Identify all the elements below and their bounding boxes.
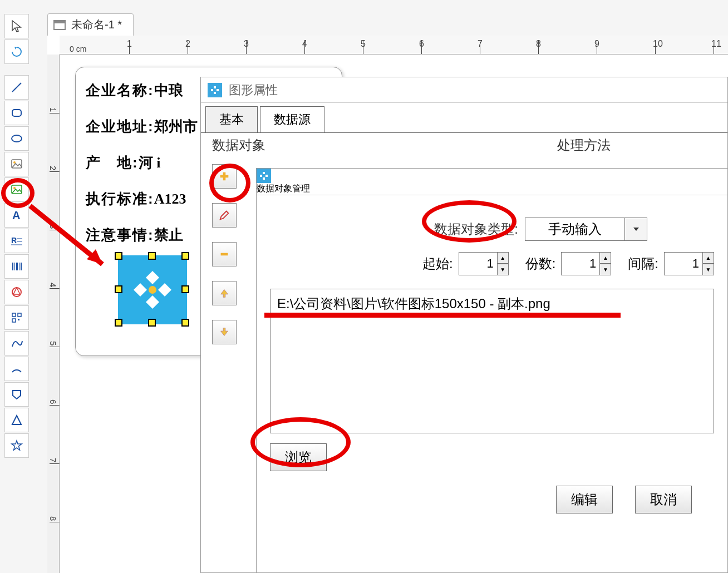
tool-line[interactable] (4, 75, 29, 100)
path-textbox[interactable]: E:\公司资料\图片\软件图标150x150 - 副本.png (270, 289, 714, 433)
svg-point-4 (13, 161, 16, 164)
svg-rect-26 (217, 89, 219, 91)
move-up-button[interactable] (212, 281, 237, 305)
svg-rect-14 (16, 263, 18, 270)
start-spinner[interactable]: ▲▼ (459, 252, 509, 275)
svg-rect-19 (18, 313, 21, 317)
svg-rect-23 (214, 86, 216, 88)
svg-rect-21 (18, 319, 19, 320)
svg-text:A: A (12, 209, 20, 221)
svg-point-17 (12, 288, 21, 297)
tool-qrcode[interactable] (4, 305, 29, 330)
tool-image-color[interactable] (4, 177, 29, 202)
svg-rect-28 (263, 172, 265, 174)
svg-rect-15 (19, 263, 19, 270)
data-type-combo[interactable] (525, 218, 647, 241)
label-process-method: 处理方法 (557, 136, 611, 154)
document-tab[interactable]: 未命名-1 * (47, 13, 134, 36)
placeholder-image[interactable] (119, 256, 186, 323)
tool-barcode[interactable] (4, 254, 29, 279)
document-title: 未命名-1 * (71, 17, 122, 32)
svg-line-0 (12, 83, 21, 92)
move-down-button[interactable] (212, 320, 237, 344)
label-start: 起始: (422, 255, 453, 273)
count-spinner[interactable]: ▲▼ (561, 252, 611, 275)
svg-rect-29 (263, 177, 265, 180)
tool-pointer[interactable] (4, 14, 29, 38)
tool-arc[interactable] (4, 357, 29, 381)
tool-star[interactable] (4, 433, 29, 458)
tool-image[interactable] (4, 152, 29, 176)
data-type-input[interactable] (525, 218, 625, 241)
step-spinner[interactable]: ▲▼ (664, 252, 714, 275)
label-data-type: 数据对象类型: (434, 220, 518, 238)
label-step: 间隔: (628, 255, 658, 273)
svg-rect-1 (12, 110, 21, 116)
tab-basic[interactable]: 基本 (205, 106, 258, 133)
tool-rotate[interactable] (4, 39, 29, 64)
tool-text[interactable]: A (4, 203, 29, 228)
tool-polygon[interactable] (4, 382, 29, 407)
ruler-horizontal: 0 cm 1 2 3 4 5 6 7 8 9 10 11 (60, 36, 728, 55)
svg-rect-24 (214, 92, 216, 94)
tool-ellipse[interactable] (4, 126, 29, 151)
label-count: 份数: (525, 255, 556, 273)
cancel-button[interactable]: 取消 (635, 486, 692, 513)
chevron-down-icon[interactable] (625, 218, 647, 241)
window-icon (53, 20, 66, 30)
svg-rect-18 (12, 313, 16, 317)
tool-curve[interactable] (4, 331, 29, 355)
tool-roundrect[interactable] (4, 101, 29, 125)
edit-confirm-button[interactable]: 编辑 (556, 486, 613, 513)
tool-triangle[interactable] (4, 408, 29, 432)
svg-point-2 (12, 135, 22, 142)
dialog-icon (208, 83, 222, 97)
svg-rect-25 (211, 89, 213, 91)
svg-point-6 (13, 187, 16, 189)
label-data-object: 数据对象 (212, 136, 265, 154)
svg-rect-12 (12, 263, 13, 270)
ruler-vertical: 1 2 3 4 5 6 7 8 9 (47, 55, 60, 573)
svg-rect-30 (260, 175, 262, 177)
svg-rect-31 (265, 175, 268, 177)
svg-rect-16 (21, 263, 22, 270)
edit-button[interactable] (212, 203, 237, 228)
svg-text:R: R (11, 236, 17, 245)
add-button[interactable] (212, 164, 237, 189)
svg-point-22 (149, 286, 156, 294)
remove-button[interactable] (212, 242, 237, 266)
tool-richtext[interactable]: R (4, 229, 29, 253)
tool-shape-a[interactable] (4, 280, 29, 304)
svg-rect-13 (14, 263, 15, 270)
dialog2-title: 数据对象管理 (257, 184, 310, 193)
dialog1-title: 图形属性 (229, 82, 278, 98)
dialog-icon (257, 169, 271, 183)
dialog-data-object-manage: 数据对象管理 数据对象类型: 起始: ▲▼ 份数: ▲▼ 间隔: ▲▼ E:\公… (256, 168, 728, 573)
tab-datasource[interactable]: 数据源 (260, 106, 324, 133)
browse-button[interactable]: 浏览 (270, 443, 327, 471)
svg-rect-20 (12, 319, 16, 322)
